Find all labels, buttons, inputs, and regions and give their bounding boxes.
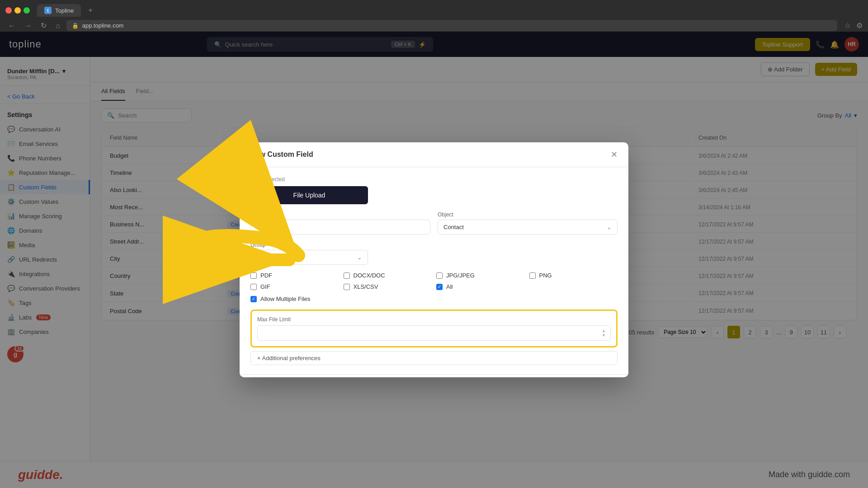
new-tab-button[interactable]: +: [85, 4, 96, 17]
back-button[interactable]: ←: [5, 21, 18, 31]
tab-favicon: t: [44, 7, 52, 14]
modal-close-button[interactable]: ✕: [611, 150, 618, 160]
address-bar[interactable]: 🔒 app.topline.com: [66, 20, 837, 31]
object-group: Object Contact ⌄: [438, 211, 618, 235]
png-checkbox[interactable]: [529, 272, 536, 279]
xls-label: XLS/CSV: [354, 283, 378, 290]
png-label: PNG: [539, 272, 552, 279]
group-row: Group Additional Inf... ⌄: [250, 242, 618, 265]
traffic-light-green[interactable]: [24, 7, 30, 14]
url-text: app.topline.com: [82, 22, 124, 29]
reload-button[interactable]: ↻: [38, 20, 49, 31]
modal-body: Field Selected File Upload Name Object C…: [240, 167, 628, 374]
object-label: Object: [438, 211, 618, 218]
name-label: Name: [250, 211, 430, 218]
group-select[interactable]: Additional Inf... ⌄: [250, 250, 368, 265]
traffic-light-yellow[interactable]: [14, 7, 21, 14]
max-file-limit-label: Max File Limit: [257, 316, 611, 323]
home-button[interactable]: ⌂: [53, 21, 63, 31]
allow-multiple-checkbox[interactable]: ✓: [250, 296, 257, 302]
traffic-light-red[interactable]: [5, 7, 12, 14]
xls-checkbox[interactable]: [344, 284, 350, 290]
bookmark-icon[interactable]: ☆: [844, 21, 851, 30]
max-file-limit-box: Max File Limit ▲ ▼: [250, 310, 618, 347]
pdf-checkbox[interactable]: [250, 272, 257, 279]
checkbox-jpg[interactable]: JPG/JPEG: [436, 272, 525, 279]
allow-multiple-row: ✓ Allow Multiple Files: [250, 296, 618, 302]
all-label: All: [446, 283, 453, 290]
jpg-label: JPG/JPEG: [446, 272, 475, 279]
chevron-down-icon: ⌄: [357, 254, 362, 261]
tab-title: Topline: [55, 7, 74, 14]
group-value: Additional Inf...: [256, 254, 295, 261]
checkbox-png[interactable]: PNG: [529, 272, 618, 279]
name-object-row: Name Object Contact ⌄: [250, 211, 618, 235]
stepper-arrows[interactable]: ▲ ▼: [602, 328, 606, 338]
checkbox-pdf[interactable]: PDF: [250, 272, 339, 279]
browser-tab[interactable]: t Topline: [37, 4, 81, 17]
name-group: Name: [250, 211, 430, 235]
pdf-label: PDF: [260, 272, 272, 279]
gif-label: GIF: [260, 283, 270, 290]
allow-multiple-label: Allow Multiple Files: [260, 296, 311, 302]
checkbox-docx[interactable]: DOCX/DOC: [344, 272, 432, 279]
checkbox-xls[interactable]: XLS/CSV: [344, 283, 432, 290]
all-checkbox-checked: ✓: [436, 284, 443, 290]
jpg-checkbox[interactable]: [436, 272, 443, 279]
modal-overlay: New Custom Field ✕ Field Selected File U…: [0, 32, 868, 488]
chevron-down-icon: ⌄: [607, 224, 612, 230]
max-file-limit-input[interactable]: [262, 330, 602, 337]
modal-header: New Custom Field ✕: [240, 142, 628, 167]
object-value: Contact: [443, 224, 464, 230]
lock-icon: 🔒: [72, 23, 79, 29]
file-upload-button[interactable]: File Upload: [250, 186, 368, 204]
gif-checkbox[interactable]: [250, 284, 257, 290]
name-input[interactable]: [250, 220, 430, 235]
extensions-icon[interactable]: ⚙: [856, 21, 863, 30]
forward-button[interactable]: →: [22, 21, 34, 31]
new-custom-field-modal: New Custom Field ✕ Field Selected File U…: [240, 142, 628, 377]
group-group: Group Additional Inf... ⌄: [250, 242, 368, 265]
file-type-checkboxes: PDF DOCX/DOC JPG/JPEG PNG GIF: [250, 272, 618, 290]
field-selected-label: Field Selected: [250, 176, 618, 183]
group-label: Group: [250, 242, 368, 248]
docx-checkbox[interactable]: [344, 272, 350, 279]
additional-preferences-button[interactable]: + Additional preferences: [250, 351, 618, 365]
modal-title: New Custom Field: [250, 150, 313, 159]
checkbox-all[interactable]: ✓ All: [436, 283, 525, 290]
modal-footer: Back Save: [240, 374, 628, 377]
checkbox-gif[interactable]: GIF: [250, 283, 339, 290]
docx-label: DOCX/DOC: [354, 272, 385, 279]
object-select[interactable]: Contact ⌄: [438, 220, 618, 235]
